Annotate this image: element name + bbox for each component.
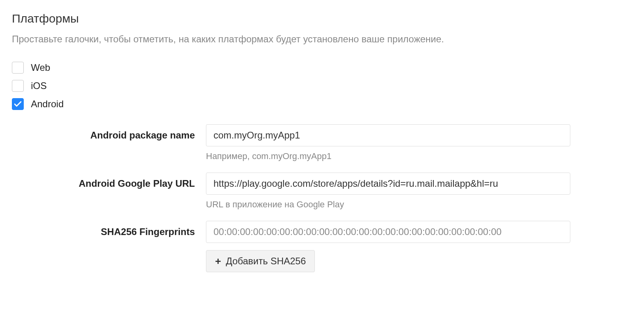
platforms-group: Web iOS Android <box>12 62 632 110</box>
package-name-label: Android package name <box>12 124 206 141</box>
platform-android-label: Android <box>31 99 64 110</box>
sha256-label: SHA256 Fingerprints <box>12 221 206 237</box>
checkbox-ios[interactable] <box>12 80 24 92</box>
plus-icon: + <box>215 256 221 266</box>
checkbox-android[interactable] <box>12 98 24 110</box>
package-name-row: Android package name Например, com.myOrg… <box>12 124 632 161</box>
sha256-input[interactable] <box>206 221 570 243</box>
platform-ios-label: iOS <box>31 80 47 91</box>
package-name-hint: Например, com.myOrg.myApp1 <box>206 151 570 161</box>
page-description: Проставьте галочки, чтобы отметить, на к… <box>12 32 632 46</box>
play-url-row: Android Google Play URL URL в приложение… <box>12 173 632 210</box>
platform-web-label: Web <box>31 62 50 73</box>
checkbox-web[interactable] <box>12 62 24 74</box>
play-url-label: Android Google Play URL <box>12 173 206 189</box>
page-title: Платформы <box>12 12 632 25</box>
play-url-input[interactable] <box>206 173 570 195</box>
sha256-row: SHA256 Fingerprints + Добавить SHA256 <box>12 221 632 272</box>
add-sha256-button[interactable]: + Добавить SHA256 <box>206 250 315 272</box>
package-name-input[interactable] <box>206 124 570 146</box>
platform-web-row: Web <box>12 62 632 74</box>
platform-ios-row: iOS <box>12 80 632 92</box>
checkmark-icon <box>14 101 21 107</box>
platform-android-row: Android <box>12 98 632 110</box>
play-url-hint: URL в приложение на Google Play <box>206 199 570 210</box>
add-sha256-button-label: Добавить SHA256 <box>226 256 306 267</box>
